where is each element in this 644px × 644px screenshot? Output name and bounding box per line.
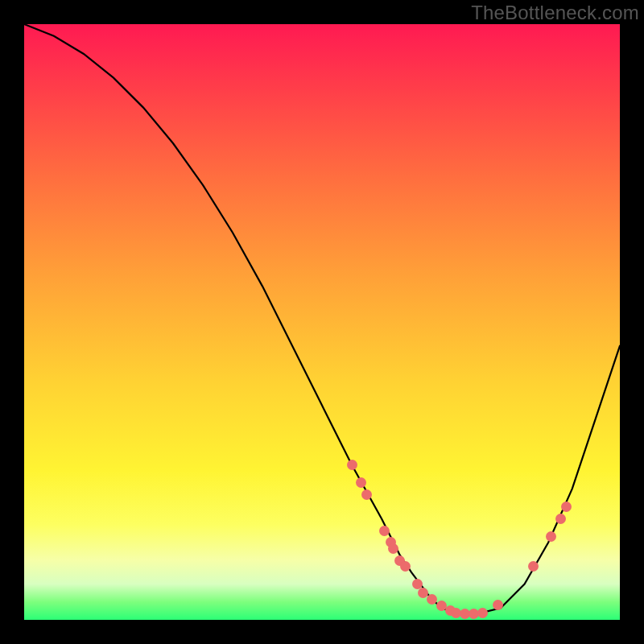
data-marker	[555, 514, 566, 524]
bottleneck-curve	[24, 24, 620, 620]
plot-area	[24, 24, 620, 620]
data-marker	[400, 561, 411, 572]
data-marker	[361, 489, 372, 500]
data-marker	[561, 502, 572, 512]
data-marker	[379, 526, 390, 536]
data-marker	[388, 543, 398, 554]
data-marker	[477, 608, 488, 618]
data-marker	[493, 600, 503, 610]
data-marker	[427, 594, 437, 605]
data-marker	[347, 460, 357, 470]
watermark-text: TheBottleneck.com	[471, 2, 639, 24]
chart-frame: TheBottleneck.com	[0, 0, 644, 644]
data-marker	[356, 477, 366, 488]
data-marker	[528, 561, 539, 572]
